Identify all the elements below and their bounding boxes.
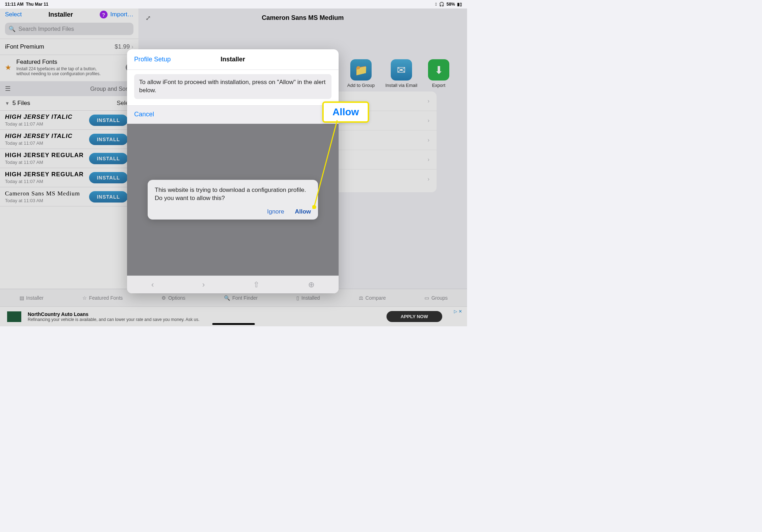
- wifi-icon: 􀙇: [435, 2, 437, 7]
- profile-setup-back-button[interactable]: Profile Setup: [134, 56, 171, 63]
- allow-callout: Allow: [322, 101, 369, 123]
- battery-icon: ▮▯: [457, 2, 462, 7]
- allow-button[interactable]: Allow: [295, 208, 311, 215]
- status-bar: 11:11 AM Thu Mar 11 􀙇 🎧 58% ▮▯: [0, 0, 467, 9]
- share-icon[interactable]: ⇧: [253, 280, 259, 289]
- headphones-icon: 🎧: [439, 2, 444, 7]
- download-alert: This website is trying to download a con…: [148, 180, 318, 220]
- home-indicator: [212, 323, 255, 325]
- installer-modal: Profile Setup Installer To allow iFont t…: [127, 49, 339, 293]
- back-icon[interactable]: ‹: [151, 280, 154, 289]
- battery-pct: 58%: [446, 2, 455, 7]
- cancel-button[interactable]: Cancel: [134, 111, 154, 118]
- safari-icon[interactable]: ⊕: [308, 280, 314, 289]
- modal-toolbar: ‹ › ⇧ ⊕: [127, 276, 339, 293]
- cancel-row: Cancel: [127, 105, 339, 124]
- status-date: Thu Mar 11: [26, 2, 48, 7]
- forward-icon[interactable]: ›: [202, 280, 205, 289]
- modal-body: This website is trying to download a con…: [127, 124, 339, 276]
- modal-header: Profile Setup Installer: [127, 49, 339, 70]
- alert-message: This website is trying to download a con…: [155, 186, 311, 203]
- status-time: 11:11 AM: [5, 2, 23, 7]
- modal-title: Installer: [220, 56, 245, 63]
- modal-message: To allow iFont to proceed with installat…: [134, 74, 331, 99]
- ignore-button[interactable]: Ignore: [267, 208, 284, 215]
